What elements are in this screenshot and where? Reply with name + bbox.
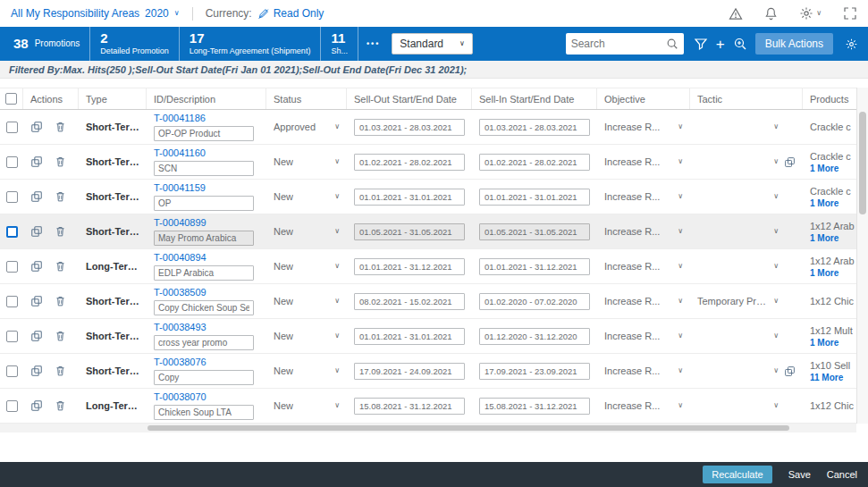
- filter-info-bar[interactable]: Filtered By:Max. Hits(250 );Sell-Out Sta…: [0, 61, 868, 79]
- sell-out-date-input[interactable]: [354, 154, 465, 171]
- sell-in-date-input[interactable]: [479, 119, 590, 136]
- promotion-id-link[interactable]: T-00041160: [154, 147, 206, 158]
- delete-promotion-icon[interactable]: [55, 365, 66, 377]
- sell-in-date-input[interactable]: [479, 189, 590, 206]
- sell-in-date-input[interactable]: [479, 223, 590, 240]
- chevron-down-icon[interactable]: ∨: [334, 193, 340, 200]
- chevron-down-icon[interactable]: ∨: [678, 193, 683, 200]
- delete-promotion-icon[interactable]: [55, 225, 66, 238]
- chevron-down-icon[interactable]: ∨: [773, 263, 779, 270]
- chevron-down-icon[interactable]: ∨: [334, 228, 340, 235]
- row-checkbox[interactable]: [6, 226, 18, 238]
- copy-promotion-icon[interactable]: [30, 260, 43, 273]
- vertical-scrollbar-thumb[interactable]: [859, 112, 866, 214]
- sell-in-date-input[interactable]: [479, 328, 590, 345]
- delete-promotion-icon[interactable]: [55, 295, 66, 307]
- row-checkbox[interactable]: [6, 122, 18, 133]
- chevron-down-icon[interactable]: ∨: [678, 367, 683, 374]
- sell-out-date-input[interactable]: [354, 363, 465, 380]
- bulk-actions-button[interactable]: Bulk Actions: [755, 33, 833, 55]
- copy-promotion-icon[interactable]: [30, 121, 43, 133]
- tab-detailed-promotion[interactable]: 2 Detailed Promotion: [90, 27, 180, 61]
- sell-out-date-input[interactable]: [354, 223, 465, 240]
- promotion-id-link[interactable]: T-00040899: [154, 217, 206, 228]
- delete-promotion-icon[interactable]: [55, 260, 66, 273]
- delete-promotion-icon[interactable]: [55, 121, 66, 133]
- tactic-copy-icon[interactable]: [784, 156, 796, 168]
- chevron-down-icon[interactable]: ∨: [334, 263, 340, 270]
- chevron-down-icon[interactable]: ∨: [678, 123, 683, 130]
- delete-promotion-icon[interactable]: [55, 399, 66, 412]
- column-header-status[interactable]: Status: [266, 88, 347, 109]
- description-input[interactable]: [154, 231, 254, 246]
- copy-promotion-icon[interactable]: [30, 330, 43, 342]
- column-header-sell-in-date[interactable]: Sell-In Start/End Date: [472, 88, 597, 109]
- chevron-down-icon[interactable]: ∨: [334, 367, 340, 374]
- chevron-down-icon[interactable]: ∨: [334, 298, 340, 305]
- view-selector-dropdown[interactable]: Standard ∨: [392, 33, 473, 55]
- products-more-link[interactable]: 1 More: [810, 198, 839, 208]
- chevron-down-icon[interactable]: ∨: [773, 123, 779, 130]
- chevron-down-icon[interactable]: ∨: [334, 123, 340, 130]
- sell-out-date-input[interactable]: [354, 398, 465, 415]
- promotion-id-link[interactable]: T-00040894: [154, 252, 206, 263]
- description-input[interactable]: [154, 335, 254, 350]
- overflow-menu-icon[interactable]: •••: [367, 39, 380, 48]
- promotion-id-link[interactable]: T-00038509: [154, 287, 206, 298]
- row-checkbox[interactable]: [6, 191, 18, 203]
- tactic-copy-icon[interactable]: [784, 365, 796, 377]
- sell-in-date-input[interactable]: [479, 258, 590, 275]
- year-selector[interactable]: 2020: [145, 7, 169, 20]
- sell-out-date-input[interactable]: [354, 293, 465, 310]
- fullscreen-icon[interactable]: [843, 6, 857, 21]
- search-icon[interactable]: [666, 38, 678, 50]
- column-header-actions[interactable]: Actions: [23, 88, 79, 109]
- chevron-down-icon[interactable]: ∨: [773, 158, 779, 165]
- select-all-checkbox[interactable]: [5, 93, 17, 105]
- description-input[interactable]: [154, 405, 254, 420]
- delete-promotion-icon[interactable]: [55, 190, 66, 203]
- user-settings-icon[interactable]: ∨: [799, 6, 822, 21]
- tab-shipment[interactable]: 11 Sh...: [321, 27, 358, 61]
- read-only-badge[interactable]: Read Only: [257, 7, 324, 20]
- save-button[interactable]: Save: [788, 469, 811, 480]
- description-input[interactable]: [154, 300, 254, 315]
- delete-promotion-icon[interactable]: [55, 330, 66, 342]
- column-header-type[interactable]: Type: [79, 88, 147, 109]
- chevron-down-icon[interactable]: ∨: [678, 402, 683, 409]
- alert-icon[interactable]: [729, 7, 743, 21]
- cancel-button[interactable]: Cancel: [827, 469, 857, 480]
- copy-promotion-icon[interactable]: [30, 225, 43, 238]
- copy-promotion-icon[interactable]: [30, 190, 43, 203]
- row-checkbox[interactable]: [6, 365, 18, 377]
- chevron-down-icon[interactable]: ∨: [174, 10, 180, 17]
- column-header-id-description[interactable]: ID/Description: [147, 88, 266, 109]
- column-header-tactic[interactable]: Tactic: [690, 88, 803, 109]
- chevron-down-icon[interactable]: ∨: [678, 158, 683, 165]
- chevron-down-icon[interactable]: ∨: [334, 332, 340, 340]
- sell-out-date-input[interactable]: [354, 189, 465, 206]
- add-promotion-icon[interactable]: +: [711, 33, 730, 55]
- tab-promotions[interactable]: 38 Promotions: [4, 27, 90, 61]
- row-checkbox[interactable]: [6, 296, 18, 307]
- description-input[interactable]: [154, 196, 254, 211]
- promotion-id-link[interactable]: T-00038070: [154, 391, 206, 402]
- chevron-down-icon[interactable]: ∨: [773, 228, 779, 235]
- search-box[interactable]: [566, 33, 684, 55]
- chevron-down-icon[interactable]: ∨: [773, 367, 779, 374]
- column-header-sell-out-date[interactable]: Sell-Out Start/End Date: [347, 88, 472, 109]
- chevron-down-icon[interactable]: ∨: [773, 332, 779, 340]
- sell-out-date-input[interactable]: [354, 258, 465, 275]
- chevron-down-icon[interactable]: ∨: [773, 193, 779, 200]
- row-checkbox[interactable]: [6, 156, 18, 168]
- horizontal-scrollbar[interactable]: [0, 424, 856, 432]
- sell-in-date-input[interactable]: [479, 154, 590, 171]
- horizontal-scrollbar-thumb[interactable]: [147, 425, 789, 431]
- zoom-in-icon[interactable]: [730, 33, 750, 55]
- delete-promotion-icon[interactable]: [55, 155, 66, 168]
- products-more-link[interactable]: 1 More: [810, 338, 839, 348]
- chevron-down-icon[interactable]: ∨: [773, 402, 779, 409]
- chevron-down-icon[interactable]: ∨: [678, 228, 683, 235]
- sell-out-date-input[interactable]: [354, 119, 465, 136]
- chevron-down-icon[interactable]: ∨: [678, 298, 683, 305]
